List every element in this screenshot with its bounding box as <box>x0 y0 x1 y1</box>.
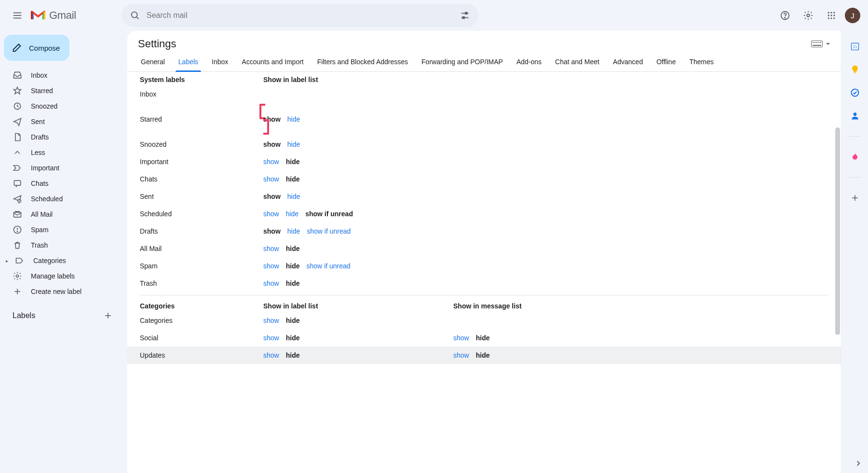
contacts-app[interactable] <box>850 111 860 121</box>
tab-filters-and-blocked-addresses[interactable]: Filters and Blocked Addresses <box>312 53 413 71</box>
label-row-important: Importantshowhide <box>127 153 841 170</box>
option-show[interactable]: show <box>453 351 469 359</box>
settings-tabs: GeneralLabelsInboxAccounts and ImportFil… <box>127 53 841 72</box>
svg-point-17 <box>833 14 835 16</box>
tab-themes[interactable]: Themes <box>684 53 719 71</box>
tab-chat-and-meet[interactable]: Chat and Meet <box>550 53 604 71</box>
search-options-button[interactable] <box>455 6 475 25</box>
search-input[interactable] <box>145 11 455 20</box>
sidebar-item-sent[interactable]: Sent <box>4 114 123 129</box>
tag-icon <box>15 256 25 265</box>
tab-advanced[interactable]: Advanced <box>608 53 648 71</box>
option-hide[interactable]: hide <box>286 351 300 359</box>
svg-line-4 <box>136 17 138 19</box>
option-hide[interactable]: hide <box>287 227 300 235</box>
apps-button[interactable] <box>822 6 841 25</box>
clock-icon <box>13 101 22 111</box>
gmail-logo[interactable]: Gmail <box>31 9 118 22</box>
search-button[interactable] <box>125 6 145 25</box>
option-hide[interactable]: hide <box>287 115 300 123</box>
sidebar-item-trash[interactable]: Trash <box>4 237 123 253</box>
sidebar-item-important[interactable]: Important <box>4 160 123 176</box>
sidebar-item-create-new-label[interactable]: Create new label <box>4 284 123 299</box>
scrollbar-thumb[interactable] <box>835 127 840 335</box>
sidebar-item-label: Inbox <box>31 71 47 79</box>
option-show-if-unread[interactable]: show if unread <box>307 227 351 235</box>
option-hide[interactable]: hide <box>286 158 300 166</box>
tab-labels[interactable]: Labels <box>174 53 203 71</box>
sidebar-item-drafts[interactable]: Drafts <box>4 129 123 145</box>
option-hide[interactable]: hide <box>286 245 300 252</box>
option-hide[interactable]: hide <box>286 262 300 270</box>
option-show[interactable]: show <box>453 334 469 342</box>
option-hide[interactable]: hide <box>287 140 300 148</box>
tasks-app[interactable] <box>850 88 860 97</box>
addon-app[interactable] <box>850 152 860 162</box>
sidebar-item-label: Create new label <box>31 288 81 295</box>
svg-rect-8 <box>462 17 464 19</box>
option-show[interactable]: show <box>263 140 281 148</box>
option-hide[interactable]: hide <box>286 317 300 324</box>
sidebar-item-scheduled[interactable]: Scheduled <box>4 191 123 207</box>
sidebar-item-inbox[interactable]: Inbox <box>4 68 123 83</box>
option-show[interactable]: show <box>263 115 281 123</box>
chevron-up-icon <box>13 148 22 157</box>
option-hide[interactable]: hide <box>476 351 490 359</box>
hide-side-panel-button[interactable] <box>852 457 865 470</box>
sidebar-item-snoozed[interactable]: Snoozed <box>4 98 123 114</box>
option-hide[interactable]: hide <box>286 175 300 183</box>
option-show[interactable]: show <box>263 210 279 218</box>
option-hide[interactable]: hide <box>287 193 300 200</box>
option-show[interactable]: show <box>263 317 279 324</box>
settings-body: System labelsShow in label listInboxStar… <box>127 72 841 473</box>
calendar-app[interactable]: 31 <box>850 42 860 51</box>
sidebar-item-categories[interactable]: ▸Categories <box>4 253 123 268</box>
option-show[interactable]: show <box>263 351 279 359</box>
option-show[interactable]: show <box>263 227 281 235</box>
spam-icon <box>13 225 22 235</box>
tab-add-ons[interactable]: Add-ons <box>512 53 546 71</box>
main-menu-button[interactable] <box>8 6 27 25</box>
option-hide[interactable]: hide <box>286 210 298 218</box>
label-name: Starred <box>140 115 263 123</box>
option-show-if-unread[interactable]: show if unread <box>305 210 353 218</box>
sidebar-item-manage-labels[interactable]: Manage labels <box>4 268 123 284</box>
option-show-if-unread[interactable]: show if unread <box>306 262 350 270</box>
add-label-button[interactable] <box>100 308 116 323</box>
option-show[interactable]: show <box>263 334 279 342</box>
input-tools-button[interactable] <box>811 41 830 47</box>
get-addons-button[interactable] <box>850 193 860 203</box>
option-show[interactable]: show <box>263 245 279 252</box>
tab-accounts-and-import[interactable]: Accounts and Import <box>237 53 308 71</box>
option-hide[interactable]: hide <box>286 334 300 342</box>
svg-point-20 <box>833 17 835 19</box>
gmail-logo-icon <box>31 10 45 21</box>
settings-button[interactable] <box>799 6 818 25</box>
sidebar-item-chats[interactable]: Chats <box>4 176 123 191</box>
compose-label: Compose <box>29 44 60 52</box>
svg-point-18 <box>828 17 829 19</box>
account-avatar[interactable]: J <box>845 8 860 23</box>
support-button[interactable] <box>775 6 795 25</box>
option-show[interactable]: show <box>263 158 279 166</box>
sidebar-item-spam[interactable]: Spam <box>4 222 123 237</box>
option-hide[interactable]: hide <box>476 334 490 342</box>
option-show[interactable]: show <box>263 193 281 200</box>
option-hide[interactable]: hide <box>286 279 300 287</box>
tab-inbox[interactable]: Inbox <box>207 53 233 71</box>
tab-offline[interactable]: Offline <box>651 53 680 71</box>
option-show[interactable]: show <box>263 279 279 287</box>
plus-icon <box>13 287 22 296</box>
keep-app[interactable] <box>850 65 860 74</box>
plus-icon <box>103 311 113 320</box>
sidebar-item-starred[interactable]: Starred <box>4 83 123 98</box>
tab-forwarding-and-pop-imap[interactable]: Forwarding and POP/IMAP <box>417 53 508 71</box>
settings-title: Settings <box>138 38 176 50</box>
option-show[interactable]: show <box>263 175 279 183</box>
sidebar-item-less[interactable]: Less <box>4 145 123 160</box>
option-show[interactable]: show <box>263 262 279 270</box>
sidebar-item-all-mail[interactable]: All Mail <box>4 207 123 222</box>
compose-button[interactable]: Compose <box>4 35 69 61</box>
tab-general[interactable]: General <box>136 53 170 71</box>
search-bar[interactable] <box>122 4 478 27</box>
